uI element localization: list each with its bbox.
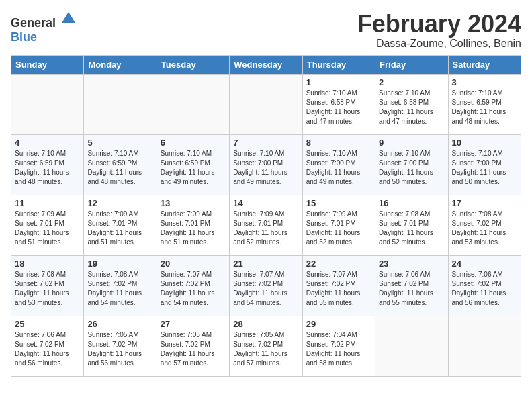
day-header-sunday: Sunday [11,55,84,74]
week-row-3: 11Sunrise: 7:09 AM Sunset: 7:01 PM Dayli… [11,195,521,255]
day-info: Sunrise: 7:05 AM Sunset: 7:02 PM Dayligh… [161,330,226,368]
day-cell: 14Sunrise: 7:09 AM Sunset: 7:01 PM Dayli… [230,195,302,255]
logo-blue: Blue [11,30,37,44]
day-cell: 21Sunrise: 7:07 AM Sunset: 7:02 PM Dayli… [230,255,302,316]
week-row-5: 25Sunrise: 7:06 AM Sunset: 7:02 PM Dayli… [11,316,521,376]
day-number: 9 [379,138,444,148]
day-info: Sunrise: 7:10 AM Sunset: 7:00 PM Dayligh… [306,149,371,187]
day-cell: 19Sunrise: 7:08 AM Sunset: 7:02 PM Dayli… [84,255,157,316]
day-cell: 3Sunrise: 7:10 AM Sunset: 6:59 PM Daylig… [448,74,521,134]
day-number: 5 [87,138,152,148]
day-cell [11,74,84,134]
day-info: Sunrise: 7:07 AM Sunset: 7:02 PM Dayligh… [161,270,226,308]
title-area: February 2024 Dassa-Zoume, Collines, Ben… [357,11,521,50]
day-cell: 8Sunrise: 7:10 AM Sunset: 7:00 PM Daylig… [302,134,375,195]
day-info: Sunrise: 7:09 AM Sunset: 7:01 PM Dayligh… [15,210,80,247]
day-cell: 23Sunrise: 7:06 AM Sunset: 7:02 PM Dayli… [375,255,448,316]
day-cell: 7Sunrise: 7:10 AM Sunset: 7:00 PM Daylig… [230,134,302,195]
day-cell: 4Sunrise: 7:10 AM Sunset: 6:59 PM Daylig… [11,134,84,195]
day-cell [230,74,302,134]
calendar-title: February 2024 [357,11,521,38]
day-info: Sunrise: 7:09 AM Sunset: 7:01 PM Dayligh… [233,210,298,247]
day-cell: 16Sunrise: 7:08 AM Sunset: 7:01 PM Dayli… [375,195,448,255]
day-number: 20 [161,259,226,269]
day-cell: 1Sunrise: 7:10 AM Sunset: 6:58 PM Daylig… [302,74,375,134]
day-info: Sunrise: 7:07 AM Sunset: 7:02 PM Dayligh… [233,270,298,308]
day-cell: 28Sunrise: 7:05 AM Sunset: 7:02 PM Dayli… [230,316,302,376]
day-number: 7 [233,138,298,148]
day-header-wednesday: Wednesday [230,55,302,74]
day-number: 8 [306,138,371,148]
day-cell: 22Sunrise: 7:07 AM Sunset: 7:02 PM Dayli… [302,255,375,316]
day-header-tuesday: Tuesday [157,55,229,74]
day-number: 23 [379,259,444,269]
day-cell: 10Sunrise: 7:10 AM Sunset: 7:00 PM Dayli… [448,134,521,195]
day-number: 11 [15,198,80,208]
day-number: 2 [379,77,444,87]
day-number: 17 [452,198,517,208]
day-cell: 9Sunrise: 7:10 AM Sunset: 7:00 PM Daylig… [375,134,448,195]
day-number: 21 [233,259,298,269]
day-cell: 24Sunrise: 7:06 AM Sunset: 7:02 PM Dayli… [448,255,521,316]
day-header-saturday: Saturday [448,55,521,74]
day-cell [84,74,157,134]
day-info: Sunrise: 7:09 AM Sunset: 7:01 PM Dayligh… [87,210,152,247]
svg-marker-0 [62,12,75,23]
day-info: Sunrise: 7:07 AM Sunset: 7:02 PM Dayligh… [306,270,371,308]
day-info: Sunrise: 7:10 AM Sunset: 7:00 PM Dayligh… [379,149,444,187]
day-number: 3 [452,77,517,87]
day-cell: 11Sunrise: 7:09 AM Sunset: 7:01 PM Dayli… [11,195,84,255]
day-number: 22 [306,259,371,269]
day-cell: 27Sunrise: 7:05 AM Sunset: 7:02 PM Dayli… [157,316,229,376]
day-info: Sunrise: 7:05 AM Sunset: 7:02 PM Dayligh… [233,330,298,368]
day-cell: 17Sunrise: 7:08 AM Sunset: 7:02 PM Dayli… [448,195,521,255]
day-number: 12 [87,198,152,208]
day-cell [375,316,448,376]
day-header-monday: Monday [84,55,157,74]
header: General Blue February 2024 Dassa-Zoume, … [11,11,521,50]
day-number: 28 [233,319,298,329]
week-row-4: 18Sunrise: 7:08 AM Sunset: 7:02 PM Dayli… [11,255,521,316]
day-info: Sunrise: 7:08 AM Sunset: 7:02 PM Dayligh… [15,270,80,308]
day-info: Sunrise: 7:06 AM Sunset: 7:02 PM Dayligh… [15,330,80,368]
day-cell: 15Sunrise: 7:09 AM Sunset: 7:01 PM Dayli… [302,195,375,255]
day-number: 1 [306,77,371,87]
day-info: Sunrise: 7:10 AM Sunset: 7:00 PM Dayligh… [452,149,517,187]
day-number: 4 [15,138,80,148]
day-number: 18 [15,259,80,269]
day-cell: 5Sunrise: 7:10 AM Sunset: 6:59 PM Daylig… [84,134,157,195]
day-info: Sunrise: 7:10 AM Sunset: 6:59 PM Dayligh… [87,149,152,187]
day-number: 26 [87,319,152,329]
day-number: 10 [452,138,517,148]
day-cell: 6Sunrise: 7:10 AM Sunset: 6:59 PM Daylig… [157,134,229,195]
day-info: Sunrise: 7:08 AM Sunset: 7:02 PM Dayligh… [452,210,517,247]
day-number: 16 [379,198,444,208]
day-info: Sunrise: 7:10 AM Sunset: 6:58 PM Dayligh… [306,89,371,126]
day-info: Sunrise: 7:10 AM Sunset: 6:59 PM Dayligh… [15,149,80,187]
day-cell: 12Sunrise: 7:09 AM Sunset: 7:01 PM Dayli… [84,195,157,255]
day-number: 29 [306,319,371,329]
day-header-friday: Friday [375,55,448,74]
day-number: 19 [87,259,152,269]
day-info: Sunrise: 7:10 AM Sunset: 6:59 PM Dayligh… [452,89,517,126]
week-row-1: 1Sunrise: 7:10 AM Sunset: 6:58 PM Daylig… [11,74,521,134]
day-number: 15 [306,198,371,208]
day-header-thursday: Thursday [302,55,375,74]
day-number: 25 [15,319,80,329]
day-cell: 2Sunrise: 7:10 AM Sunset: 6:58 PM Daylig… [375,74,448,134]
day-info: Sunrise: 7:09 AM Sunset: 7:01 PM Dayligh… [306,210,371,247]
day-info: Sunrise: 7:10 AM Sunset: 6:58 PM Dayligh… [379,89,444,126]
day-number: 24 [452,259,517,269]
day-info: Sunrise: 7:06 AM Sunset: 7:02 PM Dayligh… [379,270,444,308]
day-cell: 29Sunrise: 7:04 AM Sunset: 7:02 PM Dayli… [302,316,375,376]
day-info: Sunrise: 7:05 AM Sunset: 7:02 PM Dayligh… [87,330,152,368]
logo-text: General Blue [11,11,77,44]
logo: General Blue [11,11,77,44]
days-header-row: SundayMondayTuesdayWednesdayThursdayFrid… [11,55,521,74]
day-cell: 25Sunrise: 7:06 AM Sunset: 7:02 PM Dayli… [11,316,84,376]
day-number: 6 [161,138,226,148]
day-number: 14 [233,198,298,208]
day-number: 13 [161,198,226,208]
logo-general: General [11,16,56,30]
day-cell: 13Sunrise: 7:09 AM Sunset: 7:01 PM Dayli… [157,195,229,255]
